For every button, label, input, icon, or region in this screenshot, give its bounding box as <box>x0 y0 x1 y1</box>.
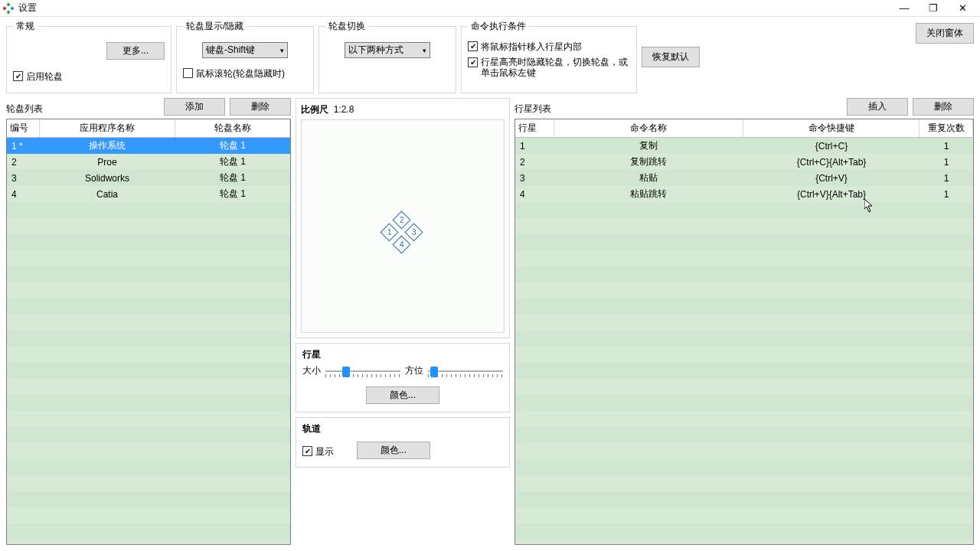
table-row[interactable] <box>7 379 290 395</box>
table-row[interactable] <box>7 540 290 544</box>
col-repeat[interactable]: 重复次数 <box>920 119 973 138</box>
general-group: 常规 更多... 启用轮盘 <box>6 20 172 93</box>
table-row[interactable] <box>515 523 973 540</box>
table-row[interactable]: 4Catia轮盘 1 <box>7 186 290 202</box>
cond-opt2-checkbox[interactable]: 行星高亮时隐藏轮盘，切换轮盘，或单击鼠标左键 <box>468 57 630 79</box>
table-row[interactable] <box>7 523 290 540</box>
table-row[interactable] <box>515 250 973 266</box>
table-row[interactable]: 2Proe轮盘 1 <box>7 154 290 170</box>
planet-node-1[interactable]: 1 <box>380 223 398 241</box>
col-hotkey[interactable]: 命令快捷键 <box>743 119 920 138</box>
table-row[interactable] <box>7 347 290 363</box>
enable-wheel-checkbox[interactable]: 启用轮盘 <box>13 70 165 83</box>
planet-node-3[interactable]: 3 <box>404 223 423 241</box>
table-row[interactable] <box>7 234 290 250</box>
app-logo-icon <box>3 3 14 14</box>
planet-node-4[interactable]: 4 <box>392 235 410 253</box>
wheel-table[interactable]: 编号 应用程序名称 轮盘名称 1 *操作系统轮盘 12Proe轮盘 13Soli… <box>6 119 291 545</box>
switch-select[interactable]: 以下两种方式 ▾ <box>345 42 430 58</box>
table-row[interactable] <box>515 395 973 411</box>
close-button[interactable]: ✕ <box>948 0 977 17</box>
restore-default-button[interactable]: 恢复默认 <box>642 47 700 67</box>
mousewheel-checkbox[interactable]: 鼠标滚轮(轮盘隐藏时) <box>183 67 307 80</box>
table-row[interactable] <box>515 298 973 315</box>
orbit-label: 轨道 <box>302 423 321 434</box>
col-id[interactable]: 编号 <box>7 119 39 138</box>
col-wheel[interactable]: 轮盘名称 <box>175 119 290 138</box>
add-button[interactable]: 添加 <box>164 98 225 116</box>
planet-node-2[interactable]: 2 <box>392 210 410 229</box>
planet-table[interactable]: 行星 命令名称 命令快捷键 重复次数 1复制{Ctrl+C}12复制跳转{Ctr… <box>514 119 974 545</box>
col-cmd[interactable]: 命令名称 <box>554 119 743 138</box>
preview-panel: 比例尺 1:2.8 1 2 3 4 <box>296 98 510 338</box>
table-row[interactable] <box>515 411 973 427</box>
showhide-select[interactable]: 键盘-Shift键 ▾ <box>202 42 288 58</box>
insert-button[interactable]: 插入 <box>847 98 908 116</box>
window-title: 设置 <box>18 2 37 15</box>
table-row[interactable] <box>515 427 973 443</box>
preview-canvas[interactable]: 1 2 3 4 <box>301 119 505 333</box>
enable-wheel-label: 启用轮盘 <box>26 70 63 83</box>
table-row[interactable] <box>515 540 973 544</box>
table-row[interactable]: 3粘贴{Ctrl+V}1 <box>515 170 973 186</box>
table-row[interactable] <box>515 491 973 507</box>
col-planet[interactable]: 行星 <box>515 119 554 138</box>
table-row[interactable]: 1 *操作系统轮盘 1 <box>7 138 290 154</box>
table-row[interactable] <box>7 427 290 443</box>
delete-button-right[interactable]: 删除 <box>913 98 974 116</box>
table-row[interactable] <box>515 475 973 491</box>
minimize-button[interactable]: — <box>890 0 919 17</box>
table-row[interactable]: 4粘贴跳转{Ctrl+V}{Alt+Tab}1 <box>515 186 973 202</box>
table-row[interactable] <box>7 363 290 379</box>
col-app[interactable]: 应用程序名称 <box>39 119 175 138</box>
size-slider[interactable] <box>325 365 400 377</box>
table-row[interactable] <box>7 411 290 427</box>
close-window-button[interactable]: 关闭窗体 <box>916 23 974 44</box>
table-row[interactable]: 1复制{Ctrl+C}1 <box>515 138 973 154</box>
table-row[interactable] <box>515 315 973 331</box>
table-row[interactable] <box>7 202 290 218</box>
table-row[interactable] <box>7 459 290 475</box>
checkbox-icon <box>468 41 478 51</box>
table-row[interactable] <box>515 443 973 459</box>
table-row[interactable]: 3Solidworks轮盘 1 <box>7 170 290 186</box>
cond-opt1-checkbox[interactable]: 将鼠标指针移入行星内部 <box>468 41 630 54</box>
table-row[interactable] <box>515 363 973 379</box>
switch-group: 轮盘切换 以下两种方式 ▾ <box>318 20 456 93</box>
table-row[interactable] <box>7 331 290 347</box>
table-row[interactable] <box>7 395 290 411</box>
table-row[interactable] <box>515 282 973 298</box>
table-row[interactable]: 2复制跳转{Ctrl+C}{Alt+Tab}1 <box>515 154 973 170</box>
orient-label: 方位 <box>405 364 423 377</box>
table-row[interactable] <box>515 507 973 523</box>
table-row[interactable] <box>515 347 973 363</box>
table-row[interactable] <box>7 315 290 331</box>
table-row[interactable] <box>515 331 973 347</box>
table-row[interactable] <box>515 234 973 250</box>
switch-select-value: 以下两种方式 <box>348 44 403 57</box>
table-row[interactable] <box>7 443 290 459</box>
table-row[interactable] <box>515 218 973 234</box>
table-row[interactable] <box>7 491 290 507</box>
table-row[interactable] <box>7 282 290 298</box>
planet-panel: 行星 大小 方位 颜色... <box>296 343 510 412</box>
orbit-color-button[interactable]: 颜色... <box>357 442 430 459</box>
orbit-show-checkbox[interactable]: 显示 <box>302 445 334 458</box>
table-row[interactable] <box>7 475 290 491</box>
ratio-value: 1:2.8 <box>334 104 354 115</box>
table-row[interactable] <box>515 379 973 395</box>
more-button[interactable]: 更多... <box>106 42 165 60</box>
table-row[interactable] <box>515 202 973 218</box>
delete-button[interactable]: 删除 <box>230 98 291 116</box>
table-row[interactable] <box>7 266 290 282</box>
orbit-show-label: 显示 <box>315 445 334 458</box>
maximize-button[interactable]: ❐ <box>919 0 948 17</box>
table-row[interactable] <box>515 266 973 282</box>
orient-slider[interactable] <box>428 365 503 377</box>
table-row[interactable] <box>7 507 290 523</box>
table-row[interactable] <box>7 298 290 315</box>
table-row[interactable] <box>7 250 290 266</box>
table-row[interactable] <box>515 459 973 475</box>
planet-color-button[interactable]: 颜色... <box>366 386 439 404</box>
table-row[interactable] <box>7 218 290 234</box>
